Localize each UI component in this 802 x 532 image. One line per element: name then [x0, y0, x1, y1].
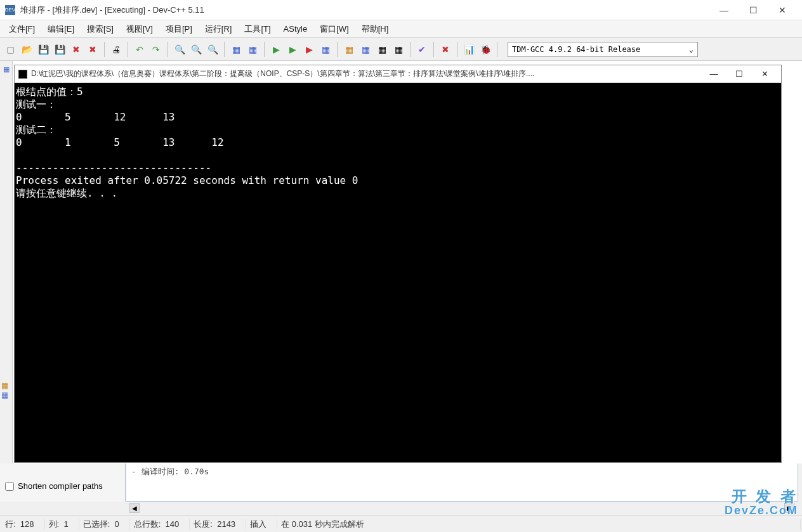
side-icons: ▦ ▦ [1, 380, 8, 400]
menu-window[interactable]: 窗口[W] [313, 21, 355, 37]
save-all-icon[interactable]: 💾 [52, 42, 67, 57]
status-bar: 行: 128 列: 1 已选择: 0 总行数: 140 长度: 2143 插入 … [0, 516, 802, 532]
console-output[interactable]: 根结点的值：5 测试一： 0 5 12 13 测试二： 0 1 5 13 12 … [15, 83, 781, 462]
debug-icon[interactable]: ▦ [341, 42, 357, 57]
status-col: 列: 1 [45, 519, 79, 530]
compile-run-icon[interactable]: ▶ [301, 42, 317, 57]
goto-icon[interactable]: ▦ [228, 42, 244, 57]
console-min-button[interactable]: — [701, 67, 726, 81]
menu-tools[interactable]: 工具[T] [238, 21, 277, 37]
console-titlebar: D:\红泥巴\我的课程体系\（信息奥赛）课程体系\第二阶段：提高级（NOIP、C… [15, 65, 781, 83]
compile-line: - 编译时间: 0.70s [131, 466, 792, 477]
minimize-button[interactable]: — [709, 0, 739, 20]
status-length: 长度: 2143 [190, 519, 246, 530]
compiler-select-label: TDM-GCC 4.9.2 64-bit Release [512, 45, 640, 54]
run-icon[interactable]: ▶ [285, 42, 300, 57]
toolbar: ▢ 📂 💾 💾 ✖ ✖ 🖨 ↶ ↷ 🔍 🔍 🔍 ▦ ▦ ▶ ▶ ▶ ▦ ▦ ▦ … [0, 38, 802, 61]
compile-output: - 编译时间: 0.70s [126, 464, 798, 502]
new-file-icon[interactable]: ▢ [3, 42, 18, 57]
menu-view[interactable]: 视图[V] [120, 21, 159, 37]
bug-icon[interactable]: 🐞 [478, 42, 493, 57]
compile-icon[interactable]: ▶ [268, 42, 284, 57]
toolbar-sep [104, 42, 105, 57]
side-icon-1[interactable]: ▦ [1, 381, 8, 390]
shorten-paths-input[interactable] [5, 482, 14, 491]
scroll-right-icon[interactable]: ▶ [784, 503, 794, 513]
find-in-files-icon[interactable]: 🔍 [205, 42, 220, 57]
menu-file[interactable]: 文件[F] [3, 21, 41, 37]
window-title: 堆排序 - [堆排序.dev] - [Executing] - Dev-C++ … [20, 4, 709, 16]
toolbar-sep [410, 42, 411, 57]
console-cell: 0 [16, 111, 22, 123]
app-icon: DEV [5, 5, 15, 15]
compile-scrollbar[interactable]: ◀ ▶ [129, 503, 794, 513]
status-mode: 插入 [246, 519, 277, 530]
redo-icon[interactable]: ↷ [148, 42, 164, 57]
console-cell: 13 [162, 111, 174, 123]
console-line: -------------------------------- [16, 162, 211, 174]
toolbar-sep [433, 42, 434, 57]
chevron-down-icon: ⌄ [689, 45, 694, 54]
title-bar: DEV 堆排序 - [堆排序.dev] - [Executing] - Dev-… [0, 0, 802, 20]
status-sel-label: 已选择: [83, 519, 110, 529]
maximize-button[interactable]: ☐ [739, 0, 768, 20]
toolbar-sep [457, 42, 457, 57]
toggle-bookmark-icon[interactable]: ▦ [245, 42, 260, 57]
editor-area: ▦ ▦ ▦ D:\红泥巴\我的课程体系\（信息奥赛）课程体系\第二阶段：提高级（… [0, 61, 802, 464]
tab-icon[interactable]: ▦ [1, 65, 11, 75]
delete-icon[interactable]: ✖ [438, 42, 453, 57]
toolbar-sep [128, 42, 128, 57]
menu-search[interactable]: 搜索[S] [81, 21, 120, 37]
grid-icon[interactable]: ▦ [391, 42, 406, 57]
console-window: D:\红泥巴\我的课程体系\（信息奥赛）课程体系\第二阶段：提高级（NOIP、C… [14, 65, 782, 463]
console-line: 测试一： [16, 98, 56, 110]
close-button[interactable]: ✕ [768, 0, 797, 20]
console-line: 根结点的值：5 [16, 86, 83, 98]
scroll-track[interactable] [140, 503, 784, 513]
status-selected: 已选择: 0 [79, 519, 130, 530]
console-max-button[interactable]: ☐ [726, 67, 752, 81]
profile-icon[interactable]: ▦ [374, 42, 390, 57]
save-icon[interactable]: 💾 [36, 42, 51, 57]
console-cell: 1 [65, 136, 71, 148]
status-sel-value: 0 [115, 519, 119, 529]
console-cell: 12 [114, 111, 126, 123]
status-col-value: 1 [63, 519, 68, 529]
debug-icon-2[interactable]: ▦ [358, 42, 373, 57]
close-all-icon[interactable]: ✖ [85, 42, 100, 57]
rebuild-icon[interactable]: ▦ [318, 42, 333, 57]
menu-project[interactable]: 项目[P] [159, 21, 199, 37]
undo-icon[interactable]: ↶ [132, 42, 147, 57]
find-icon[interactable]: 🔍 [172, 42, 187, 57]
console-cell: 5 [114, 136, 120, 148]
status-len-value: 2143 [217, 519, 235, 529]
print-icon[interactable]: 🖨 [108, 42, 124, 57]
menu-help[interactable]: 帮助[H] [355, 21, 395, 37]
left-gutter: ▦ [0, 61, 13, 464]
console-cell: 13 [162, 136, 174, 148]
side-icon-2[interactable]: ▦ [1, 391, 8, 399]
shorten-paths-checkbox[interactable]: Shorten compiler paths [5, 481, 120, 491]
open-icon[interactable]: 📂 [19, 42, 34, 57]
status-total-value: 140 [166, 519, 180, 529]
status-line: 行: 128 [1, 519, 45, 530]
compiler-select[interactable]: TDM-GCC 4.9.2 64-bit Release ⌄ [508, 42, 698, 57]
menu-astyle[interactable]: AStyle [277, 22, 314, 36]
scroll-left-icon[interactable]: ◀ [129, 503, 140, 513]
console-close-button[interactable]: ✕ [752, 67, 777, 81]
toolbar-sep [264, 42, 265, 57]
status-line-value: 128 [20, 519, 34, 529]
chart-icon[interactable]: 📊 [461, 42, 477, 57]
menu-run[interactable]: 运行[R] [199, 21, 239, 37]
close-file-icon[interactable]: ✖ [69, 42, 84, 57]
console-icon [18, 70, 27, 79]
check-icon[interactable]: ✔ [414, 42, 430, 57]
toolbar-sep [168, 42, 168, 57]
menu-edit[interactable]: 编辑[E] [41, 21, 81, 37]
menu-bar: 文件[F] 编辑[E] 搜索[S] 视图[V] 项目[P] 运行[R] 工具[T… [0, 20, 802, 38]
console-line: 测试二： [16, 124, 56, 136]
console-line: 请按任意键继续. . . [16, 187, 117, 199]
status-len-label: 长度: [194, 519, 213, 529]
replace-icon[interactable]: 🔍 [188, 42, 204, 57]
status-total: 总行数: 140 [130, 519, 190, 530]
